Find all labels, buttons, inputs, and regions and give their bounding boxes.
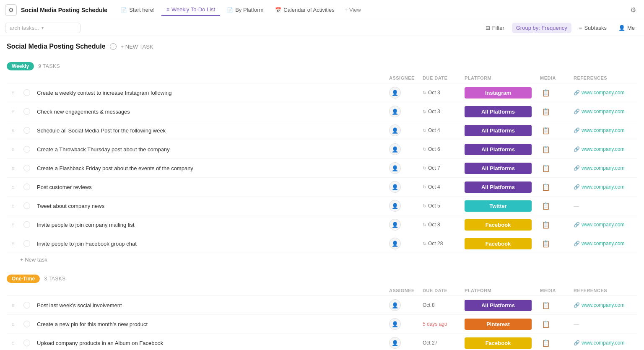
table-row[interactable]: ⠿ Check new engagements & messages 👤 ↻ O… bbox=[7, 102, 637, 121]
drag-handle[interactable]: ⠿ bbox=[10, 148, 16, 152]
new-task-button[interactable]: + NEW TASK bbox=[121, 44, 153, 50]
task-assignee[interactable]: 👤 bbox=[389, 181, 401, 193]
search-input[interactable]: arch tasks... ▾ bbox=[5, 23, 80, 33]
reference-link[interactable]: 🔗www.company.com bbox=[574, 241, 634, 246]
task-assignee[interactable]: 👤 bbox=[389, 318, 401, 330]
task-due-date[interactable]: ↻ Oct 8 bbox=[423, 222, 458, 228]
media-icon[interactable]: 📋 bbox=[540, 318, 552, 330]
task-checkbox[interactable] bbox=[23, 202, 30, 209]
task-name[interactable]: Schedule all Social Media Post for the f… bbox=[37, 127, 166, 134]
tab-calendar[interactable]: 📅 Calendar of Activities bbox=[270, 4, 339, 16]
task-checkbox[interactable] bbox=[23, 321, 30, 327]
group-badge-weekly[interactable]: Weekly bbox=[7, 62, 34, 70]
platform-badge[interactable]: Instagram bbox=[465, 87, 532, 99]
task-checkbox[interactable] bbox=[23, 340, 30, 346]
platform-badge[interactable]: All Platforms bbox=[465, 181, 532, 193]
task-due-date[interactable]: 5 days ago bbox=[423, 321, 458, 327]
group-by-button[interactable]: Group by: Frequency bbox=[512, 23, 571, 33]
task-name[interactable]: Invite people to join Facebook group cha… bbox=[37, 241, 137, 247]
task-name[interactable]: Post customer reviews bbox=[37, 184, 92, 190]
drag-handle[interactable]: ⠿ bbox=[10, 223, 16, 228]
reference-link[interactable]: 🔗www.company.com bbox=[574, 165, 634, 171]
task-assignee[interactable]: 👤 bbox=[389, 238, 401, 249]
task-checkbox[interactable] bbox=[23, 221, 30, 228]
reference-link[interactable]: 🔗www.company.com bbox=[574, 302, 634, 308]
drag-handle[interactable]: ⠿ bbox=[10, 303, 16, 308]
table-row[interactable]: ⠿ Schedule all Social Media Post for the… bbox=[7, 121, 637, 140]
tab-start-here[interactable]: 📄 Start here! bbox=[116, 4, 160, 16]
task-name[interactable]: Create a new pin for this month's new pr… bbox=[37, 321, 148, 327]
media-icon[interactable]: 📋 bbox=[540, 124, 552, 136]
task-name[interactable]: Create a weekly contest to increase Inst… bbox=[37, 90, 172, 96]
drag-handle[interactable]: ⠿ bbox=[10, 110, 16, 114]
table-row[interactable]: ⠿ Post customer reviews 👤 ↻ Oct 4 All Pl… bbox=[7, 178, 637, 197]
table-row[interactable]: ⠿ Create a Flashback Friday post about t… bbox=[7, 159, 637, 178]
task-assignee[interactable]: 👤 bbox=[389, 124, 401, 136]
task-checkbox[interactable] bbox=[23, 108, 30, 115]
media-icon[interactable]: 📋 bbox=[540, 143, 552, 155]
task-due-date[interactable]: ↻ Oct 3 bbox=[423, 90, 458, 96]
task-due-date[interactable]: ↻ Oct 7 bbox=[423, 165, 458, 171]
group-badge-one-time[interactable]: One-Time bbox=[7, 275, 40, 283]
media-icon[interactable]: 📋 bbox=[540, 219, 552, 231]
table-row[interactable]: ⠿ Create a weekly contest to increase In… bbox=[7, 83, 637, 102]
task-checkbox[interactable] bbox=[23, 302, 30, 309]
drag-handle[interactable]: ⠿ bbox=[10, 204, 16, 209]
drag-handle[interactable]: ⠿ bbox=[10, 185, 16, 190]
task-due-date[interactable]: Oct 27 bbox=[423, 340, 458, 346]
task-name[interactable]: Create a Flashback Friday post about the… bbox=[37, 165, 193, 171]
platform-badge[interactable]: Facebook bbox=[465, 238, 532, 249]
tab-weekly-todo[interactable]: ≡ Weekly To-Do List bbox=[161, 4, 220, 16]
platform-badge[interactable]: Pinterest bbox=[465, 319, 532, 330]
task-name[interactable]: Post last week's social involvement bbox=[37, 302, 122, 309]
table-row[interactable]: ⠿ Create a new pin for this month's new … bbox=[7, 315, 637, 334]
task-assignee[interactable]: 👤 bbox=[389, 337, 401, 349]
drag-handle[interactable]: ⠿ bbox=[10, 166, 16, 171]
task-name[interactable]: Tweet about company news bbox=[37, 203, 104, 209]
platform-badge[interactable]: All Platforms bbox=[465, 106, 532, 117]
drag-handle[interactable]: ⠿ bbox=[10, 129, 16, 133]
task-name[interactable]: Invite people to join company mailing li… bbox=[37, 222, 135, 228]
info-icon[interactable]: i bbox=[110, 43, 117, 50]
task-due-date[interactable]: ↻ Oct 5 bbox=[423, 203, 458, 209]
reference-link[interactable]: 🔗www.company.com bbox=[574, 184, 634, 190]
task-due-date[interactable]: ↻ Oct 28 bbox=[423, 241, 458, 246]
task-checkbox[interactable] bbox=[23, 240, 30, 247]
platform-badge[interactable]: Facebook bbox=[465, 337, 532, 349]
table-row[interactable]: ⠿ Upload company products in an Album on… bbox=[7, 334, 637, 350]
table-row[interactable]: ⠿ Create a Throwback Thursday post about… bbox=[7, 140, 637, 159]
task-due-date[interactable]: ↻ Oct 4 bbox=[423, 184, 458, 190]
table-row[interactable]: ⠿ Invite people to join Facebook group c… bbox=[7, 234, 637, 253]
platform-badge[interactable]: All Platforms bbox=[465, 300, 532, 311]
task-name[interactable]: Create a Throwback Thursday post about t… bbox=[37, 146, 170, 153]
media-icon[interactable]: 📋 bbox=[540, 238, 552, 249]
media-icon[interactable]: 📋 bbox=[540, 337, 552, 349]
reference-link[interactable]: 🔗www.company.com bbox=[574, 109, 634, 114]
drag-handle[interactable]: ⠿ bbox=[10, 242, 16, 246]
task-checkbox[interactable] bbox=[23, 146, 30, 153]
media-icon[interactable]: 📋 bbox=[540, 299, 552, 311]
media-icon[interactable]: 📋 bbox=[540, 106, 552, 117]
table-row[interactable]: ⠿ Tweet about company news 👤 ↻ Oct 5 Twi… bbox=[7, 197, 637, 215]
task-assignee[interactable]: 👤 bbox=[389, 162, 401, 174]
task-checkbox[interactable] bbox=[23, 127, 30, 134]
table-row[interactable]: ⠿ Invite people to join company mailing … bbox=[7, 215, 637, 234]
drag-handle[interactable]: ⠿ bbox=[10, 322, 16, 327]
task-name[interactable]: Upload company products in an Album on F… bbox=[37, 340, 163, 346]
reference-link[interactable]: 🔗www.company.com bbox=[574, 146, 634, 152]
subtasks-button[interactable]: ≡ Subtasks bbox=[575, 23, 611, 33]
task-name[interactable]: Check new engagements & messages bbox=[37, 109, 130, 115]
task-assignee[interactable]: 👤 bbox=[389, 299, 401, 311]
platform-badge[interactable]: Facebook bbox=[465, 219, 532, 231]
task-due-date[interactable]: ↻ Oct 6 bbox=[423, 146, 458, 152]
table-row[interactable]: ⠿ Post last week's social involvement 👤 … bbox=[7, 296, 637, 315]
drag-handle[interactable]: ⠿ bbox=[10, 91, 16, 96]
platform-badge[interactable]: All Platforms bbox=[465, 163, 532, 174]
platform-badge[interactable]: Twitter bbox=[465, 200, 532, 212]
task-due-date[interactable]: ↻ Oct 4 bbox=[423, 127, 458, 133]
task-assignee[interactable]: 👤 bbox=[389, 143, 401, 155]
task-due-date[interactable]: ↻ Oct 3 bbox=[423, 109, 458, 114]
task-assignee[interactable]: 👤 bbox=[389, 200, 401, 212]
media-icon[interactable]: 📋 bbox=[540, 181, 552, 193]
task-assignee[interactable]: 👤 bbox=[389, 219, 401, 231]
